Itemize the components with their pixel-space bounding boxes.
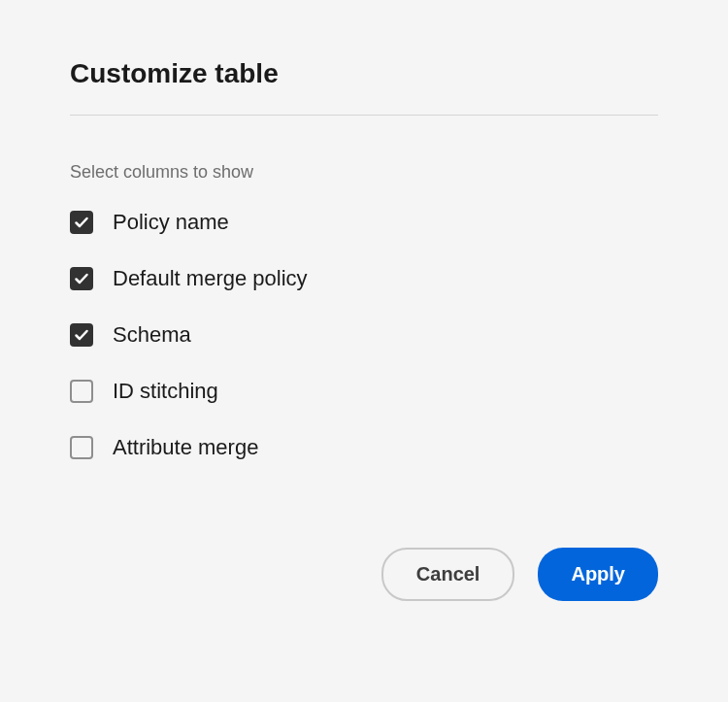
check-icon	[74, 327, 89, 343]
dialog-subtitle: Select columns to show	[70, 162, 658, 183]
checkbox-label: Policy name	[113, 210, 229, 235]
checkbox-row-policy-name[interactable]: Policy name	[70, 210, 658, 235]
checkbox-label: Schema	[113, 322, 191, 348]
checkbox-label: Default merge policy	[113, 266, 308, 291]
checkbox-label: Attribute merge	[113, 435, 258, 460]
column-checkbox-list: Policy name Default merge policy Schema …	[70, 210, 658, 460]
cancel-button[interactable]: Cancel	[381, 548, 515, 601]
checkbox-row-schema[interactable]: Schema	[70, 322, 658, 348]
checkbox-row-id-stitching[interactable]: ID stitching	[70, 379, 658, 404]
apply-button[interactable]: Apply	[538, 548, 658, 601]
checkbox-attribute-merge[interactable]	[70, 436, 93, 459]
checkbox-default-merge-policy[interactable]	[70, 267, 93, 290]
checkbox-label: ID stitching	[113, 379, 218, 404]
checkbox-row-attribute-merge[interactable]: Attribute merge	[70, 435, 658, 460]
checkbox-policy-name[interactable]	[70, 211, 93, 234]
checkbox-id-stitching[interactable]	[70, 380, 93, 403]
checkbox-schema[interactable]	[70, 323, 93, 347]
divider	[70, 115, 658, 116]
customize-table-dialog: Customize table Select columns to show P…	[0, 0, 728, 671]
checkbox-row-default-merge-policy[interactable]: Default merge policy	[70, 266, 658, 291]
dialog-button-row: Cancel Apply	[70, 548, 658, 601]
check-icon	[74, 215, 89, 230]
dialog-title: Customize table	[70, 58, 658, 89]
check-icon	[74, 271, 89, 286]
